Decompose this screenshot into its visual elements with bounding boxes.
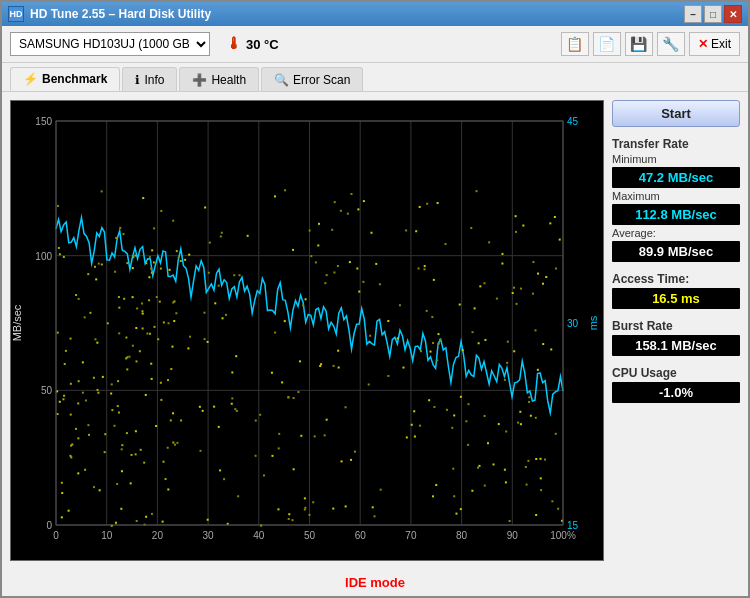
thermometer-icon: 🌡: [226, 35, 242, 53]
average-value: 89.9 MB/sec: [612, 241, 740, 262]
minimum-value: 47.2 MB/sec: [612, 167, 740, 188]
info-tab-icon: ℹ: [135, 73, 140, 87]
temperature-value: 30 °C: [246, 37, 279, 52]
title-bar-left: HD HD Tune 2.55 – Hard Disk Utility: [8, 6, 211, 22]
temperature-display: 🌡 30 °C: [226, 35, 279, 53]
start-button[interactable]: Start: [612, 100, 740, 127]
maximize-button[interactable]: □: [704, 5, 722, 23]
cpu-usage-label: CPU Usage: [612, 366, 740, 380]
access-time-section: Access Time: 16.5 ms: [612, 272, 740, 309]
info-tab-label: Info: [144, 73, 164, 87]
tabs-bar: ⚡ Benchmark ℹ Info ➕ Health 🔍 Error Scan: [2, 63, 748, 92]
maximum-label: Maximum: [612, 190, 740, 202]
toolbar-icons: 📋 📄 💾 🔧 ✕ Exit: [561, 32, 740, 56]
burst-rate-value: 158.1 MB/sec: [612, 335, 740, 356]
exit-button[interactable]: ✕ Exit: [689, 32, 740, 56]
transfer-rate-label: Transfer Rate: [612, 137, 740, 151]
burst-rate-label: Burst Rate: [612, 319, 740, 333]
errorscan-tab-icon: 🔍: [274, 73, 289, 87]
access-time-value: 16.5 ms: [612, 288, 740, 309]
toolbar: SAMSUNG HD103UJ (1000 GB) 🌡 30 °C 📋 📄 💾 …: [2, 26, 748, 63]
title-bar: HD HD Tune 2.55 – Hard Disk Utility – □ …: [2, 2, 748, 26]
health-tab-label: Health: [211, 73, 246, 87]
health-tab-icon: ➕: [192, 73, 207, 87]
average-label: Average:: [612, 227, 740, 239]
paste-icon[interactable]: 📄: [593, 32, 621, 56]
tab-errorscan[interactable]: 🔍 Error Scan: [261, 67, 363, 91]
access-time-label: Access Time:: [612, 272, 740, 286]
drive-select[interactable]: SAMSUNG HD103UJ (1000 GB): [10, 32, 210, 56]
minimize-button[interactable]: –: [684, 5, 702, 23]
maximum-value: 112.8 MB/sec: [612, 204, 740, 225]
footer: IDE mode: [2, 569, 748, 596]
benchmark-tab-icon: ⚡: [23, 72, 38, 86]
close-button[interactable]: ✕: [724, 5, 742, 23]
errorscan-tab-label: Error Scan: [293, 73, 350, 87]
cpu-usage-value: -1.0%: [612, 382, 740, 403]
save-icon[interactable]: 💾: [625, 32, 653, 56]
main-window: HD HD Tune 2.55 – Hard Disk Utility – □ …: [0, 0, 750, 598]
copy-icon[interactable]: 📋: [561, 32, 589, 56]
chart-area: [10, 100, 604, 561]
settings-icon[interactable]: 🔧: [657, 32, 685, 56]
transfer-rate-section: Transfer Rate Minimum 47.2 MB/sec Maximu…: [612, 137, 740, 262]
window-title: HD Tune 2.55 – Hard Disk Utility: [30, 7, 211, 21]
tab-health[interactable]: ➕ Health: [179, 67, 259, 91]
content-area: Start Transfer Rate Minimum 47.2 MB/sec …: [2, 92, 748, 569]
footer-text: IDE mode: [345, 575, 405, 590]
minimum-label: Minimum: [612, 153, 740, 165]
burst-rate-section: Burst Rate 158.1 MB/sec: [612, 319, 740, 356]
benchmark-chart: [11, 101, 603, 560]
tab-benchmark[interactable]: ⚡ Benchmark: [10, 67, 120, 91]
benchmark-tab-label: Benchmark: [42, 72, 107, 86]
app-icon: HD: [8, 6, 24, 22]
title-bar-controls: – □ ✕: [684, 5, 742, 23]
cpu-usage-section: CPU Usage -1.0%: [612, 366, 740, 403]
sidebar: Start Transfer Rate Minimum 47.2 MB/sec …: [612, 100, 740, 561]
tab-info[interactable]: ℹ Info: [122, 67, 177, 91]
